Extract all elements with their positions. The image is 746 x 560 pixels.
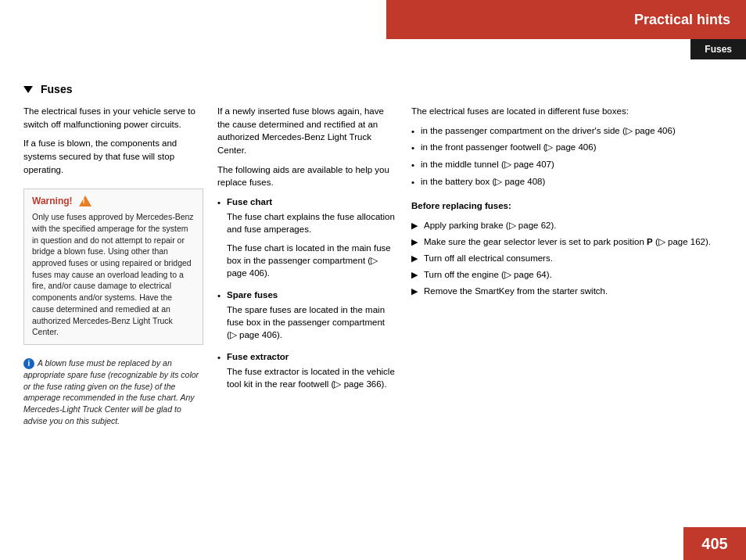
- page-number: 405: [701, 535, 727, 553]
- info-box: iA blown fuse must be replaced by an app…: [23, 357, 203, 426]
- page-title: Practical hints: [634, 12, 730, 28]
- three-column-layout: The electrical fuses in your vehicle ser…: [23, 105, 723, 513]
- bullet-dot-1: •: [217, 196, 221, 210]
- step-4: ▶ Turn off the engine (▷ page 64).: [411, 268, 723, 282]
- arrow-2: ▶: [411, 236, 418, 249]
- step-5-text: Remove the SmartKey from the starter swi…: [424, 285, 608, 298]
- column-left: The electrical fuses in your vehicle ser…: [23, 105, 203, 513]
- bullet-dot-2: •: [217, 289, 221, 303]
- arrow-5: ▶: [411, 285, 418, 298]
- location-1-text: in the passenger compartment on the driv…: [421, 124, 676, 138]
- warning-label: Warning!: [32, 196, 73, 206]
- arrow-3: ▶: [411, 253, 418, 265]
- left-intro2: If a fuse is blown, the components and s…: [23, 137, 203, 176]
- warning-box: Warning! Only use fuses approved by Merc…: [23, 188, 203, 345]
- loc-bullet-3: •: [411, 159, 414, 172]
- page-container: Practical hints Fuses Fuses The electric…: [0, 0, 746, 560]
- right-intro: The electrical fuses are located in diff…: [411, 105, 723, 118]
- bullet-dot-3: •: [217, 351, 221, 364]
- fuse-chart-item: • Fuse chart The fuse chart explains the…: [217, 196, 397, 285]
- location-4-text: in the battery box (▷ page 408): [421, 175, 545, 188]
- triangle-icon: [23, 86, 33, 93]
- mid-intro1: If a newly inserted fuse blows again, ha…: [217, 105, 397, 157]
- location-2-text: in the front passenger footwell (▷ page …: [421, 141, 596, 154]
- section-title: Fuses: [23, 83, 723, 95]
- spare-fuses-desc: The spare fuses are located in the main …: [227, 303, 397, 341]
- arrow-4: ▶: [411, 269, 418, 282]
- loc-bullet-4: •: [411, 176, 414, 189]
- arrow-1: ▶: [411, 220, 418, 232]
- loc-bullet-1: •: [411, 125, 414, 138]
- header-bar: Practical hints: [386, 0, 746, 39]
- step-5: ▶ Remove the SmartKey from the starter s…: [411, 285, 723, 298]
- warning-title: Warning!: [32, 196, 195, 206]
- spare-fuses-item: • Spare fuses The spare fuses are locate…: [217, 289, 397, 347]
- warning-text: Only use fuses approved by Mercedes-Benz…: [32, 211, 195, 338]
- page-number-box: 405: [683, 527, 746, 560]
- step-1: ▶ Apply parking brake (▷ page 62).: [411, 219, 723, 232]
- mid-intro2: The following aids are available to help…: [217, 163, 397, 189]
- fuse-extractor-desc: The fuse extractor is located in the veh…: [227, 365, 397, 390]
- fuse-chart-desc1: The fuse chart explains the fuse allocat…: [227, 210, 397, 235]
- location-3-text: in the middle tunnel (▷ page 407): [421, 158, 554, 171]
- main-content: Fuses The electrical fuses in your vehic…: [0, 67, 746, 521]
- step-4-text: Turn off the engine (▷ page 64).: [424, 268, 552, 282]
- location-2: • in the front passenger footwell (▷ pag…: [411, 141, 723, 155]
- step-2-text: Make sure the gear selector lever is set…: [424, 235, 711, 249]
- location-3: • in the middle tunnel (▷ page 407): [411, 158, 723, 172]
- fuse-chart-desc2: The fuse chart is located in the main fu…: [227, 242, 397, 279]
- section-title-text: Fuses: [41, 83, 72, 95]
- step-2: ▶ Make sure the gear selector lever is s…: [411, 235, 723, 249]
- left-intro1: The electrical fuses in your vehicle ser…: [23, 105, 203, 131]
- location-4: • in the battery box (▷ page 408): [411, 175, 723, 189]
- loc-bullet-2: •: [411, 142, 414, 155]
- column-middle: If a newly inserted fuse blows again, ha…: [217, 105, 397, 513]
- warning-triangle-icon: [79, 196, 91, 206]
- fuse-chart-label: Fuse chart: [227, 196, 397, 209]
- column-right: The electrical fuses are located in diff…: [411, 105, 723, 513]
- spare-fuses-label: Spare fuses: [227, 289, 397, 302]
- step-3-text: Turn off all electrical consumers.: [424, 252, 553, 265]
- info-text: A blown fuse must be replaced by an appr…: [23, 358, 199, 425]
- fuse-extractor-label: Fuse extractor: [227, 350, 397, 364]
- before-replacing-title: Before replacing fuses:: [411, 199, 723, 213]
- location-1: • in the passenger compartment on the dr…: [411, 124, 723, 138]
- sub-header: Fuses: [386, 39, 746, 59]
- info-icon: i: [23, 358, 34, 369]
- fuse-extractor-item: • Fuse extractor The fuse extractor is l…: [217, 350, 397, 397]
- step-1-text: Apply parking brake (▷ page 62).: [424, 219, 556, 232]
- step-3: ▶ Turn off all electrical consumers.: [411, 252, 723, 265]
- section-label: Fuses: [690, 39, 746, 59]
